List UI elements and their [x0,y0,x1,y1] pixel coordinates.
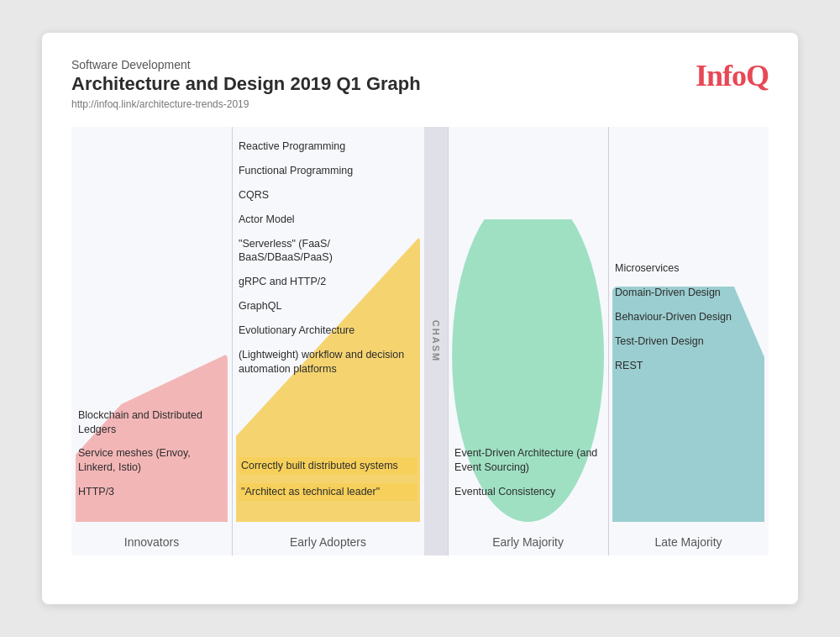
list-item: Reactive Programming [239,140,417,154]
list-item: Test-Driven Design [615,334,762,349]
list-item: Microservices [615,261,762,276]
list-item: Actor Model [239,213,417,227]
innovators-label: Innovators [71,535,232,549]
divider [608,127,609,555]
column-late-majority: Microservices Domain-Driven Design Behav… [608,127,769,555]
list-item: Eventual Consistency [454,485,601,499]
list-item-highlighted: "Architect as technical leader" [239,483,417,501]
column-innovators: Blockchain and Distributed Ledgers Servi… [71,127,232,555]
list-item: (Lightweight) workflow and decision auto… [239,348,417,376]
subtitle: Software Development [71,58,421,71]
list-item: Blockchain and Distributed Ledgers [78,408,225,437]
list-item: GraphQL [239,299,417,313]
header-left: Software Development Architecture and De… [71,58,421,110]
early-majority-label: Early Majority [448,535,608,549]
early-adopters-items-top: Reactive Programming Functional Programm… [239,140,417,387]
list-item-highlighted: Correctly built distributed systems [239,457,417,475]
early-adopters-items-bottom: Correctly built distributed systems "Arc… [239,457,417,509]
list-item: Functional Programming [239,164,417,178]
early-majority-items: Event-Driven Architecture (and Event Sou… [454,446,601,509]
divider [232,127,233,555]
early-adopters-label: Early Adopters [232,535,424,549]
late-majority-label: Late Majority [608,535,769,549]
column-early-adopters: Reactive Programming Functional Programm… [232,127,424,555]
chart: Blockchain and Distributed Ledgers Servi… [71,127,769,555]
late-majority-items: Microservices Domain-Driven Design Behav… [615,261,762,382]
list-item: CQRS [239,188,417,203]
logo-q: Q [746,59,769,92]
list-item: Behaviour-Driven Design [615,310,762,324]
list-item: Service meshes (Envoy, Linkerd, Istio) [78,446,225,475]
card: Software Development Architecture and De… [42,33,798,604]
list-item: "Serverless" (FaaS/ BaaS/DBaaS/PaaS) [239,237,417,266]
page-title: Architecture and Design 2019 Q1 Graph [71,73,421,95]
list-item: REST [615,359,762,373]
column-early-majority: Event-Driven Architecture (and Event Sou… [448,127,608,555]
header: Software Development Architecture and De… [71,58,769,110]
innovators-items: Blockchain and Distributed Ledgers Servi… [78,408,225,509]
chasm-divider: CHASM [424,127,448,555]
list-item: HTTP/3 [78,485,225,499]
list-item: Event-Driven Architecture (and Event Sou… [454,446,601,475]
divider [448,127,449,555]
list-item: Domain-Driven Design [615,286,762,300]
list-item: gRPC and HTTP/2 [239,275,417,289]
infoq-logo: InfoQ [696,58,769,93]
logo-info: Info [696,59,746,92]
list-item: Evolutionary Architecture [239,324,417,338]
chasm-label: CHASM [431,320,441,362]
url-link: http://infoq.link/architecture-trends-20… [71,98,421,110]
